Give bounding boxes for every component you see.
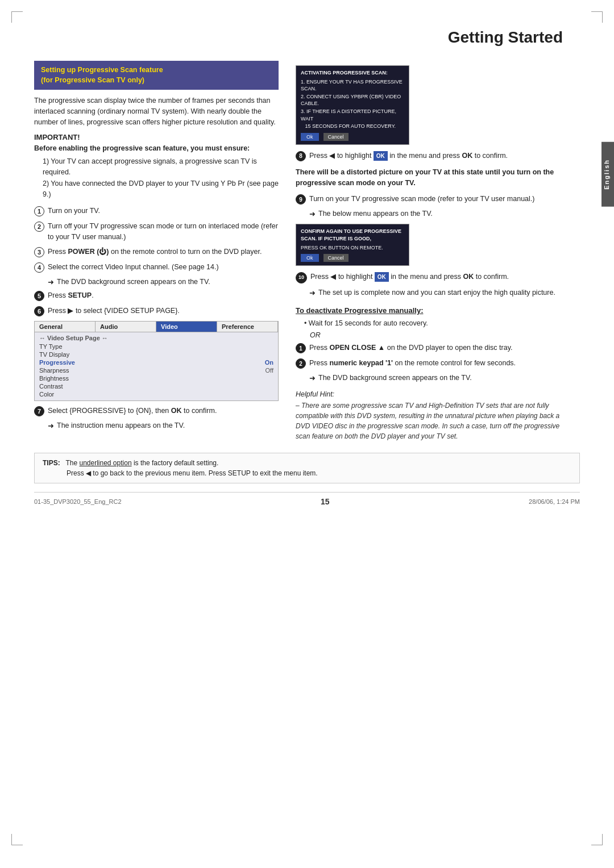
screen1-btn-row: Ok Cancel (301, 133, 404, 141)
footer-left: 01-35_DVP3020_55_Eng_RC2 (34, 498, 122, 505)
row-label-tvdisplay: TV Display (39, 351, 69, 358)
step-10-arrow: ➜ The set up is complete now and you can… (309, 288, 563, 298)
screen1-ok-btn[interactable]: Ok (301, 133, 319, 141)
row-label-color: Color (39, 391, 54, 398)
arrow-icon-9: ➜ (309, 209, 316, 219)
tips-line2: Press ◀ to go back to the previous menu … (43, 469, 318, 477)
step-7-text: Select {PROGRESSIVE} to {ON}, then OK to… (48, 406, 279, 416)
step-5-text: Press SETUP. (48, 290, 279, 301)
row-label-sharpness: Sharpness (39, 367, 69, 374)
step-4-arrow-text: The DVD background screen appears on the… (57, 277, 210, 287)
page-title: Getting Started (34, 28, 580, 47)
step-8-num: 8 (296, 151, 306, 161)
tab-audio: Audio (96, 322, 156, 332)
step-2-num: 2 (34, 222, 44, 232)
step-9: 9 Turn on your TV progressive scan mode … (296, 194, 563, 205)
screen-box-2: CONFIRM AGAIN TO USE PROGRESSIVE SCAN. I… (296, 224, 409, 266)
step-9-text: Turn on your TV progressive scan mode (r… (309, 194, 563, 205)
step-1-text: Turn on your TV. (48, 206, 279, 216)
screen2-btn-row: Ok Cancel (301, 254, 404, 262)
helpful-hint-section: Helpful Hint: – There are some progressi… (296, 390, 563, 441)
distorted-notice: There will be a distorted picture on you… (296, 167, 563, 189)
screen1-line4: 15 SECONDS FOR AUTO RECOVERY. (301, 123, 404, 130)
step-10-text: Press ◀ to highlight OK in the menu and … (310, 272, 563, 282)
screen2-cancel-btn[interactable]: Cancel (323, 254, 349, 262)
step-10: 10 Press ◀ to highlight OK in the menu a… (296, 272, 563, 283)
arrow-icon-7: ➜ (48, 421, 54, 431)
arrow-icon-10: ➜ (309, 288, 316, 298)
arrow-icon-4: ➜ (48, 277, 54, 287)
setup-table: General Audio Video Preference ↔ Video S… (34, 321, 279, 401)
deactivate-heading: To deactivate Progressive manually: (296, 306, 563, 315)
step-4: 4 Select the correct Video Input channel… (34, 262, 279, 273)
section-title-line1: Setting up Progressive Scan feature (41, 66, 163, 74)
screen2-line1: PRESS OK BUTTON ON REMOTE. (301, 244, 404, 252)
step-10-arrow-text: The set up is complete now and you can s… (318, 288, 555, 298)
screen1-title: ACTIVATING PROGRESSIVE SCAN: (301, 69, 404, 77)
right-column: ACTIVATING PROGRESSIVE SCAN: 1. ENSURE Y… (296, 61, 563, 441)
table-row-contrast: Contrast (39, 382, 273, 390)
screen2-title: CONFIRM AGAIN TO USE PROGRESSIVE SCAN. I… (301, 228, 404, 242)
section-title-line2: (for Progressive Scan TV only) (41, 76, 144, 84)
screen-box-1: ACTIVATING PROGRESSIVE SCAN: 1. ENSURE Y… (296, 65, 409, 145)
important-item-2: 2) You have connected the DVD player to … (34, 178, 279, 200)
step-6-num: 6 (34, 306, 44, 316)
step-7-num: 7 (34, 406, 44, 416)
page-footer: 01-35_DVP3020_55_Eng_RC2 15 28/06/06, 1:… (34, 492, 580, 506)
table-row-color: Color (39, 390, 273, 398)
arrow-icon-d2: ➜ (309, 373, 316, 383)
step-6-text: Press ▶ to select {VIDEO SETUP PAGE}. (48, 306, 279, 316)
intro-paragraph: The progressive scan display twice the n… (34, 95, 279, 127)
helpful-hint-label: Helpful Hint: (296, 390, 563, 398)
setup-table-header: General Audio Video Preference (35, 322, 278, 332)
deactivate-step-2-arrow-text: The DVD background screen appears on the… (318, 373, 472, 383)
step-4-arrow: ➜ The DVD background screen appears on t… (48, 277, 279, 287)
or-text: OR (296, 331, 563, 339)
screen2-ok-btn[interactable]: Ok (301, 254, 319, 262)
step-9-arrow: ➜ The below menu appears on the TV. (309, 209, 563, 219)
important-label: IMPORTANT! (34, 133, 279, 141)
step-9-arrow-text: The below menu appears on the TV. (318, 209, 433, 219)
deactivate-step-1: 1 Press OPEN CLOSE ▲ on the DVD player t… (296, 343, 563, 353)
table-row-tytype: TY Type (39, 343, 273, 350)
page-number: 15 (321, 497, 330, 506)
deactivate-step-1-num: 1 (296, 343, 306, 353)
row-label-brightness: Brightness (39, 375, 69, 382)
tips-label: TIPS: (43, 459, 60, 467)
deactivate-step-2-num: 2 (296, 358, 306, 369)
helpful-hint-text: – There are some progressive scan TV and… (296, 400, 563, 441)
step-10-num: 10 (296, 272, 307, 283)
screen1-line3: 3. IF THERE IS A DISTORTED PICTURE, WAIT (301, 108, 404, 122)
left-column: Setting up Progressive Scan feature (for… (34, 61, 279, 441)
table-row-sharpness: SharpnessOff (39, 366, 273, 374)
tab-general: General (35, 322, 96, 332)
step-5: 5 Press SETUP. (34, 290, 279, 301)
ok-badge-8: OK (374, 151, 388, 161)
setup-table-body: ↔ Video Setup Page ↔ TY Type TV Display … (35, 332, 278, 400)
step-1: 1 Turn on your TV. (34, 206, 279, 216)
step-3-num: 3 (34, 247, 44, 257)
step-3-text: Press POWER (⏻) on the remote control to… (48, 247, 279, 257)
tips-underline: underlined option (79, 459, 131, 467)
table-row-tvdisplay: TV Display (39, 350, 273, 358)
table-section-title: ↔ Video Setup Page ↔ (39, 335, 273, 341)
step-4-num: 4 (34, 262, 44, 273)
step-8-text: Press ◀ to highlight OK in the menu and … (309, 151, 563, 161)
row-value-sharpness: Off (265, 367, 273, 374)
row-label-progressive: Progressive (39, 359, 75, 366)
step-9-num: 9 (296, 194, 306, 205)
tips-line1: The underlined option is the factory def… (65, 459, 218, 467)
deactivate-bullet-1: • Wait for 15 seconds for auto recovery. (296, 318, 563, 329)
deactivate-step-2: 2 Press numeric keypad '1' on the remote… (296, 358, 563, 369)
step-2-text: Turn off your TV progressive scan mode o… (48, 221, 279, 243)
step-7-arrow-text: The instruction menu appears on the TV. (57, 421, 185, 431)
important-item-1: 1) Your TV can accept progressive signal… (34, 156, 279, 178)
table-row-brightness: Brightness (39, 374, 273, 382)
important-subhead: Before enabling the progressive scan fea… (34, 144, 279, 154)
row-label-tytype: TY Type (39, 343, 63, 350)
row-value-progressive: On (265, 359, 273, 366)
ok-badge-10: OK (375, 272, 389, 282)
screen1-cancel-btn[interactable]: Cancel (323, 133, 349, 141)
screen1-line2: 2. CONNECT USING YPBPR (CBR) VIDEO CABLE… (301, 93, 404, 107)
table-row-progressive: ProgressiveOn (39, 358, 273, 366)
